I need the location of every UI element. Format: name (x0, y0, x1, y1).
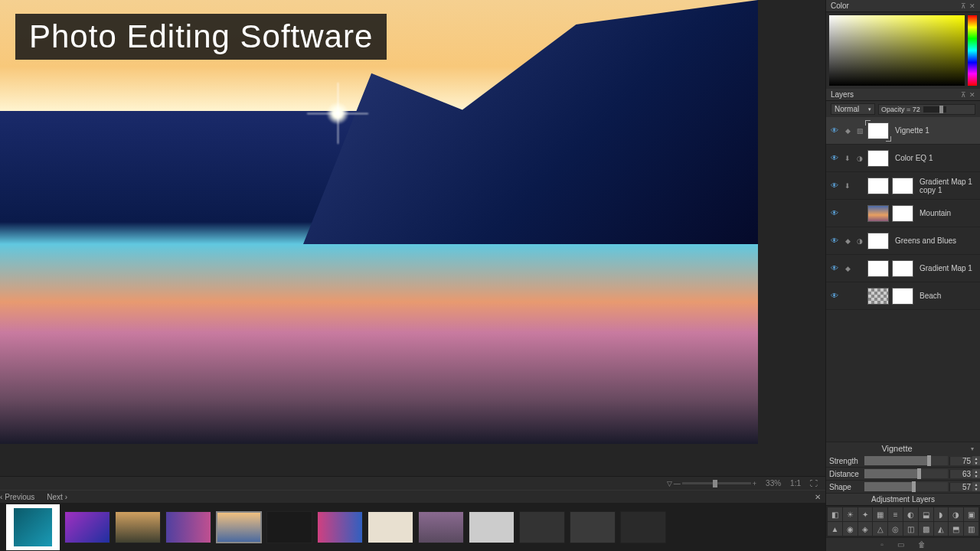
layer-thumbnail[interactable] (867, 233, 889, 249)
adjustment-icon[interactable]: ◉ (843, 522, 858, 536)
blend-mode-dropdown[interactable]: Normal (831, 103, 875, 115)
adjustment-icon[interactable]: ≡ (888, 507, 903, 521)
layer-row[interactable]: 👁⬇Gradient Map 1 copy 1 (826, 172, 980, 200)
thumb-item[interactable] (469, 511, 514, 543)
layer-thumbnail[interactable] (867, 122, 889, 139)
zoom-ratio-button[interactable]: 1:1 (790, 479, 801, 487)
new-group-icon[interactable]: ▭ (897, 540, 904, 549)
adjustment-icon[interactable]: ◭ (934, 522, 949, 536)
close-icon[interactable]: ✕ (969, 91, 975, 99)
thumbnail-strip[interactable] (0, 503, 825, 551)
visibility-toggle-icon[interactable]: 👁 (829, 209, 840, 217)
layer-row[interactable]: 👁◆Gradient Map 1 (826, 255, 980, 282)
layer-row[interactable]: 👁⬇◑Color EQ 1 (826, 145, 980, 172)
layer-name-label[interactable]: Gradient Map 1 copy 1 (916, 178, 977, 194)
layer-name-label[interactable]: Greens and Blues (892, 236, 977, 245)
layer-thumbnail[interactable] (867, 260, 889, 277)
opacity-control[interactable]: Opacity = 72 (878, 104, 975, 115)
visibility-toggle-icon[interactable]: 👁 (829, 264, 840, 272)
layer-name-label[interactable]: Beach (916, 292, 977, 300)
layer-thumbnail[interactable] (867, 178, 889, 194)
thumb-item[interactable] (418, 511, 464, 543)
layer-name-label[interactable]: Mountain (916, 209, 977, 217)
spinner[interactable]: ▲▼ (972, 456, 980, 465)
thumb-item[interactable] (115, 511, 161, 543)
slider-track[interactable] (864, 482, 948, 491)
thumb-item[interactable] (620, 511, 666, 543)
zoom-minus-icon[interactable]: — (674, 480, 681, 487)
new-layer-icon[interactable]: ▫ (880, 540, 884, 549)
adjustment-header[interactable]: Vignette (826, 442, 980, 455)
pin-icon[interactable]: ⊼ (961, 2, 966, 10)
adjustment-icon[interactable]: ◑ (949, 507, 963, 521)
visibility-toggle-icon[interactable]: 👁 (829, 154, 840, 162)
layer-link-icon[interactable]: ⬇ (843, 182, 852, 190)
layer-thumbnail[interactable] (867, 205, 889, 222)
layer-mask[interactable] (892, 260, 913, 277)
adjustment-icon[interactable]: △ (873, 522, 887, 536)
canvas-area[interactable]: Photo Editing Software (0, 0, 825, 476)
layer-row[interactable]: 👁Mountain (826, 200, 980, 227)
image-canvas[interactable] (0, 0, 758, 444)
adjustment-layers-header[interactable]: Adjustment Layers (826, 494, 980, 506)
close-icon[interactable]: ✕ (969, 2, 975, 10)
adjustment-icon[interactable]: ▲ (828, 522, 842, 536)
hue-slider[interactable] (968, 15, 977, 86)
layer-link-icon[interactable]: ◆ (843, 237, 852, 245)
adjustment-icon[interactable]: ▣ (964, 507, 978, 521)
slider-value[interactable]: 75 (949, 457, 972, 465)
thumb-item[interactable] (64, 511, 110, 543)
adjustment-icon[interactable]: ☀ (843, 507, 858, 521)
spinner[interactable]: ▲▼ (972, 469, 980, 478)
layer-link-icon[interactable]: ⬇ (843, 155, 852, 162)
next-button[interactable]: Next› (47, 493, 67, 501)
visibility-toggle-icon[interactable]: 👁 (829, 236, 840, 245)
adjustment-icon[interactable]: ◎ (888, 522, 903, 536)
adjustment-icon[interactable]: ◫ (903, 522, 918, 536)
adjustment-icon[interactable]: ✦ (858, 507, 873, 521)
adjustment-icon[interactable]: ▥ (964, 522, 978, 536)
pin-icon[interactable]: ⊼ (961, 91, 966, 99)
zoom-slider[interactable] (682, 482, 751, 484)
adjustment-icon[interactable]: ⬒ (949, 522, 963, 536)
layer-row[interactable]: 👁Beach (826, 282, 980, 310)
fit-icon[interactable]: ⛶ (810, 479, 818, 487)
thumb-item[interactable] (266, 511, 312, 543)
visibility-toggle-icon[interactable]: 👁 (829, 126, 840, 135)
layer-row[interactable]: 👁◆◑Greens and Blues (826, 227, 980, 255)
layer-thumbnail[interactable] (867, 150, 889, 167)
visibility-toggle-icon[interactable]: 👁 (829, 292, 840, 300)
delete-layer-icon[interactable]: 🗑 (918, 540, 926, 549)
layer-mask[interactable] (892, 178, 913, 194)
thumb-item[interactable] (519, 511, 565, 543)
thumb-item[interactable] (570, 511, 616, 543)
color-picker[interactable] (826, 12, 980, 89)
adjustment-icon[interactable]: ◈ (858, 522, 873, 536)
layers-list[interactable]: 👁◆▧Vignette 1👁⬇◑Color EQ 1👁⬇Gradient Map… (826, 117, 980, 442)
adjustment-icon[interactable]: ▩ (919, 522, 933, 536)
layer-link-icon[interactable]: ◆ (843, 265, 852, 272)
zoom-down-icon[interactable]: ▽ (667, 480, 672, 487)
layer-link-icon[interactable]: ◆ (843, 127, 852, 135)
visibility-toggle-icon[interactable]: 👁 (829, 181, 840, 190)
adjustment-icon[interactable]: ◗ (934, 507, 949, 521)
slider-track[interactable] (864, 456, 948, 465)
adjustment-icon[interactable]: ◐ (903, 507, 918, 521)
layer-mask[interactable] (892, 205, 913, 222)
adjustment-icon[interactable]: ▦ (873, 507, 887, 521)
browser-close-icon[interactable]: ✕ (815, 493, 821, 501)
color-panel-header[interactable]: Color ⊼ ✕ (826, 0, 980, 12)
color-field[interactable] (829, 15, 965, 86)
slider-value[interactable]: 63 (949, 470, 972, 478)
zoom-plus-icon[interactable]: + (753, 480, 756, 487)
layer-name-label[interactable]: Color EQ 1 (892, 154, 977, 162)
layer-fx-icon[interactable]: ◑ (855, 155, 864, 162)
layer-fx-icon[interactable]: ◑ (855, 237, 864, 245)
thumb-item[interactable] (216, 511, 262, 543)
adjustment-icon[interactable]: ⬓ (919, 507, 933, 521)
slider-track[interactable] (864, 469, 948, 478)
layers-panel-header[interactable]: Layers ⊼ ✕ (826, 89, 980, 101)
layer-name-label[interactable]: Vignette 1 (892, 126, 977, 135)
layer-mask[interactable] (892, 288, 913, 305)
thumb-item[interactable] (368, 511, 413, 543)
